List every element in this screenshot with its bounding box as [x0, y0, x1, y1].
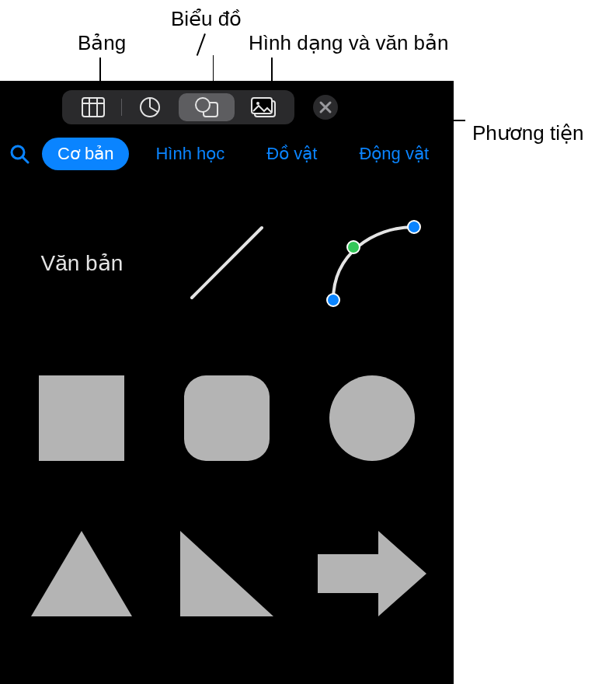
- shape-line[interactable]: [155, 185, 300, 340]
- svg-rect-8: [252, 98, 272, 113]
- pie-chart-icon: [139, 96, 161, 118]
- shapes-icon: [194, 96, 219, 118]
- square-icon: [39, 375, 124, 461]
- table-tab[interactable]: [65, 93, 121, 121]
- svg-marker-20: [31, 531, 132, 616]
- shape-circle[interactable]: [299, 340, 444, 496]
- chart-tab[interactable]: [122, 93, 178, 121]
- svg-marker-21: [180, 531, 273, 616]
- svg-point-19: [329, 375, 415, 461]
- svg-line-13: [192, 228, 262, 298]
- category-bar: Cơ bản Hình học Đồ vật Động vật: [0, 131, 454, 177]
- category-geometry[interactable]: Hình học: [140, 138, 240, 170]
- text-shape-label: Văn bản: [40, 250, 123, 276]
- shapes-tab[interactable]: [179, 93, 235, 121]
- shapes-grid: Văn bản: [0, 177, 454, 651]
- svg-marker-22: [318, 531, 426, 616]
- svg-point-6: [196, 98, 210, 112]
- close-icon: [312, 94, 339, 120]
- category-animals[interactable]: Động vật: [343, 138, 444, 170]
- category-objects[interactable]: Đồ vật: [251, 138, 332, 170]
- search-icon: [9, 144, 30, 164]
- shape-text[interactable]: Văn bản: [9, 185, 155, 340]
- svg-point-14: [327, 294, 339, 306]
- table-icon: [82, 97, 105, 117]
- callout-chart: Biểu đồ: [171, 7, 242, 31]
- svg-line-12: [23, 157, 28, 162]
- svg-point-16: [347, 241, 360, 253]
- search-button[interactable]: [8, 142, 31, 166]
- svg-rect-17: [39, 375, 124, 461]
- callout-media: Phương tiện: [472, 121, 583, 145]
- callout-shapes: Hình dạng và văn bản: [249, 31, 449, 55]
- svg-rect-18: [184, 375, 270, 461]
- close-button[interactable]: [308, 90, 343, 124]
- svg-rect-0: [82, 98, 104, 117]
- media-tab[interactable]: [235, 93, 291, 121]
- callout-table: Bảng: [78, 31, 126, 55]
- insert-type-segment: [62, 90, 294, 124]
- arrow-right-icon: [318, 531, 426, 616]
- right-triangle-icon: [180, 531, 273, 616]
- shape-right-triangle[interactable]: [155, 496, 300, 651]
- triangle-icon: [31, 531, 132, 616]
- shape-triangle[interactable]: [9, 496, 155, 651]
- svg-point-15: [408, 221, 420, 233]
- top-toolbar: [0, 84, 454, 131]
- category-basic[interactable]: Cơ bản: [42, 138, 129, 170]
- shape-rounded-square[interactable]: [155, 340, 300, 496]
- pen-curve-icon: [318, 208, 426, 317]
- circle-icon: [329, 375, 415, 461]
- shape-square[interactable]: [9, 340, 155, 496]
- shape-pen-curve[interactable]: [299, 185, 444, 340]
- rounded-square-icon: [184, 375, 270, 461]
- media-icon: [250, 96, 277, 118]
- line-icon: [180, 216, 273, 309]
- insert-panel: Cơ bản Hình học Đồ vật Động vật Văn bản: [0, 81, 454, 684]
- svg-point-9: [256, 102, 259, 105]
- shape-arrow-right[interactable]: [299, 496, 444, 651]
